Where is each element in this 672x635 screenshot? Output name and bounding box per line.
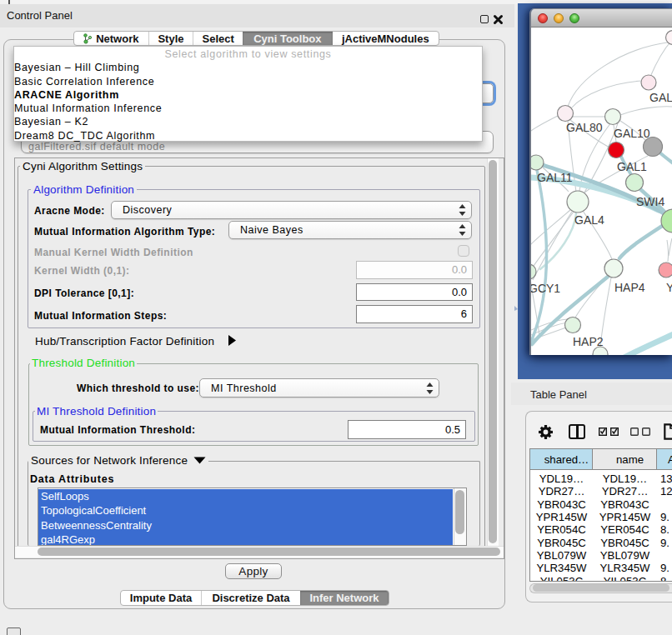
svg-text:HAP2: HAP2 — [573, 335, 604, 348]
svg-text:GAL2: GAL2 — [649, 91, 672, 104]
svg-text:GAL11: GAL11 — [537, 171, 573, 184]
svg-text:YER: YER — [666, 281, 672, 294]
svg-text:HAP4: HAP4 — [614, 281, 645, 294]
svg-text:GCY1: GCY1 — [531, 282, 560, 295]
svg-text:GAL4: GAL4 — [574, 213, 604, 227]
svg-text:GAL80: GAL80 — [566, 121, 603, 134]
svg-text:GAL1: GAL1 — [617, 160, 647, 173]
svg-text:SWI4: SWI4 — [636, 195, 664, 208]
svg-text:GAL10: GAL10 — [614, 127, 650, 140]
